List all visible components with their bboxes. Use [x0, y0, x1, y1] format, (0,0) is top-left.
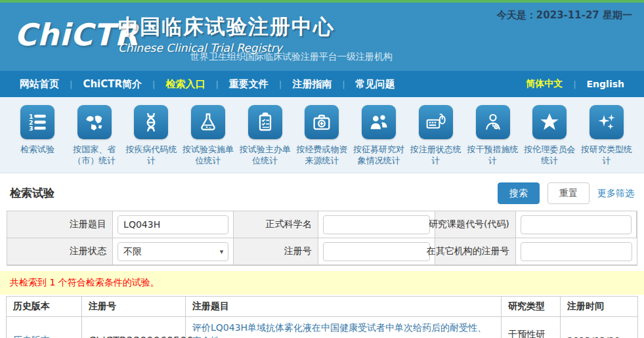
registration-number-cell: ChiCTR2300069500 — [82, 317, 186, 338]
flask-icon — [191, 105, 225, 139]
stat-item-label: 按伦理委员会统计 — [521, 144, 578, 166]
search-section: 检索试验 搜索 重置 更多筛选 注册题目 正式科学名 研究课题代号(代码) 注册… — [0, 173, 644, 266]
results-summary: 共检索到 1 个符合检索条件的试验。 — [0, 271, 644, 295]
stat-item-label: 按试验主办单位统计 — [237, 144, 293, 166]
column-registration-date: 注册时间 — [561, 297, 638, 317]
scientific-name-input[interactable] — [323, 215, 430, 234]
numbered-list-icon: 123 — [20, 105, 54, 139]
stat-item-label: 按注册状态统计 — [408, 144, 464, 166]
stat-item-label: 按干预措施统计 — [465, 144, 521, 166]
column-history-version: 历史版本 — [7, 297, 82, 317]
study-code-cell — [516, 211, 637, 238]
study-type-cell: 干预性研究 — [502, 317, 561, 338]
stat-item-by-ethics-committee[interactable]: 按伦理委员会统计 — [521, 105, 578, 173]
registration-status-cell: 不限 ▾ — [113, 238, 234, 265]
other-registry-number-cell — [516, 238, 637, 265]
other-registry-number-input[interactable] — [521, 242, 632, 261]
nav-item-about[interactable]: ChiCTR简介 — [72, 78, 152, 91]
svg-text:3: 3 — [29, 125, 33, 132]
stat-item-label: 按疾病代码统计 — [123, 144, 179, 166]
lang-english[interactable]: English — [576, 79, 635, 89]
sparkles-icon — [590, 105, 624, 139]
nav-item-home[interactable]: 网站首页 — [9, 78, 70, 91]
nav-item-search-portal[interactable]: 检索入口 — [155, 78, 215, 91]
results-table: 历史版本 注册号 注册题目 研究类型 注册时间 历史版本 ChiCTR23000… — [6, 296, 638, 338]
scientific-name-cell — [318, 211, 435, 238]
study-code-label: 研究课题代号(代码) — [435, 211, 516, 238]
site-titles: 中国临床试验注册中心 Chinese Clinical Trial Regist… — [118, 13, 335, 54]
stat-item-by-funding-source[interactable]: 按经费或物资来源统计 — [293, 105, 350, 173]
keyboard-mouse-icon — [419, 105, 453, 139]
registration-number-label: 注册号 — [234, 238, 318, 265]
column-registration-number: 注册号 — [82, 297, 186, 317]
medical-bag-icon — [305, 105, 339, 139]
clipboard-checklist-icon — [248, 105, 282, 139]
registration-title-cell — [113, 211, 234, 238]
stat-item-by-registration-status[interactable]: 按注册状态统计 — [408, 105, 464, 173]
search-section-header: 检索试验 搜索 重置 更多筛选 — [0, 173, 644, 211]
main-navigation: 网站首页 | ChiCTR简介 | 检索入口 | 重要文件 | 注册指南 | 常… — [0, 71, 644, 97]
statistics-icon-strip: 123 检索试验 按国家、省（市）统计 按疾病代码统计 按试验实施单位统计 按试… — [0, 97, 644, 173]
search-actions: 搜索 重置 更多筛选 — [498, 182, 634, 204]
section-title: 检索试验 — [10, 186, 54, 201]
stat-item-by-disease-code[interactable]: 按疾病代码统计 — [123, 105, 179, 173]
nav-item-documents[interactable]: 重要文件 — [219, 78, 279, 91]
stat-item-by-implementing-unit[interactable]: 按试验实施单位统计 — [180, 105, 236, 173]
stat-item-label: 检索试验 — [9, 144, 66, 155]
dna-icon — [134, 105, 168, 139]
reset-button[interactable]: 重置 — [547, 182, 590, 204]
star-icon — [532, 105, 567, 139]
stat-item-by-country[interactable]: 按国家、省（市）统计 — [66, 105, 123, 173]
stat-item-by-intervention[interactable]: 按干预措施统计 — [465, 105, 521, 173]
registration-title-cell: 评价LQ043H单域抗体雾化液在中国健康受试者中单次给药后的耐受性、安全性、..… — [186, 317, 502, 338]
current-date: 今天是：2023-11-27 星期一 — [497, 9, 632, 22]
registration-title-label: 注册题目 — [7, 211, 113, 238]
stat-item-label: 按研究类型统计 — [578, 144, 635, 166]
column-registration-title: 注册题目 — [186, 297, 502, 317]
stat-item-label: 按国家、省（市）统计 — [66, 144, 123, 166]
study-code-input[interactable] — [521, 215, 632, 234]
trial-title-link[interactable]: 评价LQ043H单域抗体雾化液在中国健康受试者中单次给药后的耐受性、安全性、..… — [192, 321, 494, 338]
language-switch: 简体中文 | English — [515, 78, 635, 90]
stat-item-by-sponsor-unit[interactable]: 按试验主办单位统计 — [237, 105, 293, 173]
stat-item-label: 按经费或物资来源统计 — [293, 144, 350, 166]
stat-item-by-recruitment[interactable]: 按征募研究对象情况统计 — [351, 105, 407, 173]
stat-item-by-study-type[interactable]: 按研究类型统计 — [578, 105, 635, 173]
other-registry-number-label: 在其它机构的注册号 — [435, 238, 516, 265]
history-version-cell: 历史版本 — [7, 317, 82, 338]
lang-simplified-chinese[interactable]: 简体中文 — [515, 78, 573, 90]
site-header: ChiCTR 中国临床试验注册中心 Chinese Clinical Trial… — [0, 3, 644, 71]
registration-number-cell — [318, 238, 435, 265]
registration-date-cell: 2023/03/20 — [561, 317, 638, 338]
scientific-name-label: 正式科学名 — [234, 211, 318, 238]
stat-item-search-trials[interactable]: 123 检索试验 — [9, 105, 66, 173]
registration-status-label: 注册状态 — [7, 238, 113, 265]
nav-item-guide[interactable]: 注册指南 — [282, 78, 342, 91]
search-form: 注册题目 正式科学名 研究课题代号(代码) 注册状态 不限 ▾ 注册号 在其它机… — [7, 211, 637, 266]
table-row: 历史版本 ChiCTR2300069500 评价LQ043H单域抗体雾化液在中国… — [7, 317, 638, 338]
registration-number-input[interactable] — [323, 242, 430, 261]
site-title-chinese: 中国临床试验注册中心 — [118, 13, 335, 41]
nav-item-faq[interactable]: 常见问题 — [345, 78, 406, 91]
history-version-link[interactable]: 历史版本 — [13, 335, 50, 338]
site-tagline: 世界卫生组织国际临床试验注册平台一级注册机构 — [190, 51, 393, 63]
doctor-icon — [476, 105, 510, 139]
column-study-type: 研究类型 — [502, 297, 561, 317]
people-group-icon — [362, 105, 396, 139]
world-map-icon — [77, 105, 112, 139]
more-filters-link[interactable]: 更多筛选 — [597, 188, 634, 200]
registration-status-select[interactable]: 不限 — [118, 242, 228, 261]
stat-item-label: 按试验实施单位统计 — [180, 144, 236, 166]
results-header-row: 历史版本 注册号 注册题目 研究类型 注册时间 — [7, 297, 638, 317]
stat-item-label: 按征募研究对象情况统计 — [351, 144, 407, 166]
search-button[interactable]: 搜索 — [498, 182, 540, 204]
registration-title-input[interactable] — [118, 215, 228, 234]
